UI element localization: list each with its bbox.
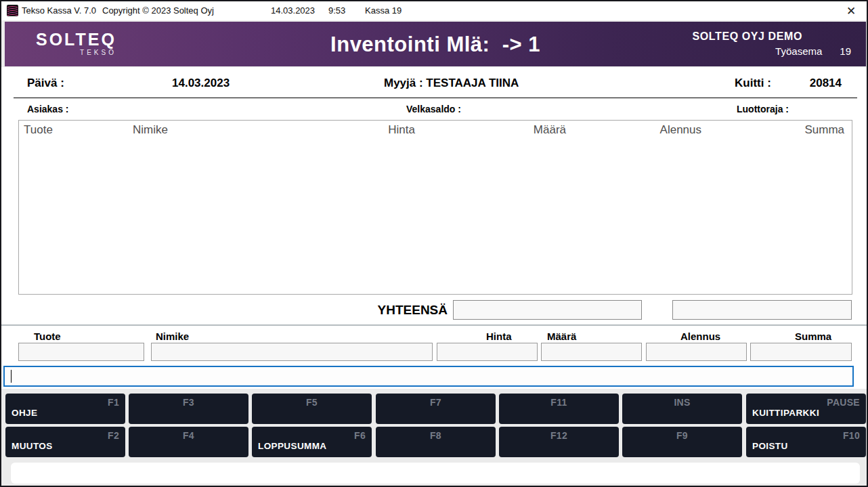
entry-input-nimike[interactable] [151, 343, 433, 361]
fkey-key-label: F9 [622, 430, 742, 441]
seller-line: Myyjä : TESTAAJA TIINA [384, 77, 519, 90]
fkey-action-label: KUITTIPARKKI [752, 408, 819, 418]
date-label: Päivä : [27, 77, 64, 90]
titlebar[interactable]: Tekso Kassa V. 7.0 Copyright © 2023 Solt… [1, 1, 867, 20]
header-right-block: SOLTEQ OYJ DEMO Työasema19 [693, 30, 852, 57]
app-window: Tekso Kassa V. 7.0 Copyright © 2023 Solt… [0, 0, 868, 487]
fkey-f12[interactable]: F12 [499, 427, 619, 457]
fkey-key-label: F4 [129, 430, 248, 441]
entry-input-alennus[interactable] [646, 343, 747, 361]
fkey-f11[interactable]: F11 [499, 394, 619, 424]
column-header-alennus: Alennus [660, 123, 701, 137]
entry-label-alennus: Alennus [680, 331, 720, 342]
fkey-key-label: F5 [252, 397, 372, 408]
entry-input-tuote[interactable] [18, 343, 144, 361]
fkey-action-label: POISTU [752, 441, 788, 451]
fkey-key-label: F8 [376, 430, 496, 441]
divider-line [14, 98, 857, 98]
workstation-number: 19 [840, 45, 851, 57]
page-header: SOLTEQ TEKSO Inventointi Mlä: -> 1 SOLTE… [5, 22, 866, 66]
fkey-key-label: F12 [499, 430, 619, 441]
fkey-ohje[interactable]: F1 OHJE [5, 394, 125, 424]
fkey-loppusumma[interactable]: F6 LOPPUSUMMA [252, 427, 372, 457]
fkey-ins[interactable]: INS [622, 394, 742, 424]
date-value: 14.03.2023 [172, 77, 230, 90]
column-header-summa: Summa [804, 123, 844, 137]
window-title: Tekso Kassa V. 7.0 [22, 5, 96, 16]
column-header-nimike: Nimike [133, 123, 168, 137]
fkey-action-label: MUUTOS [12, 441, 53, 451]
entry-label-nimike: Nimike [156, 331, 189, 342]
column-header-tuote: Tuote [24, 123, 53, 137]
entry-label-hinta: Hinta [486, 331, 512, 342]
fkey-f4[interactable]: F4 [129, 427, 248, 457]
total-value-box [453, 300, 642, 320]
workstation-line: Työasema19 [693, 45, 852, 57]
entry-label-tuote: Tuote [34, 331, 61, 342]
total-secondary-box [672, 300, 852, 320]
titlebar-register: Kassa 19 [365, 5, 402, 16]
fkey-key-label: F1 [108, 397, 119, 408]
credit-label: Luottoraja : [737, 104, 789, 114]
debt-label: Velkasaldo : [406, 104, 461, 114]
items-table: Tuote Nimike Hinta Määrä Alennus Summa [18, 120, 852, 295]
fkey-f3[interactable]: F3 [129, 394, 248, 424]
entry-input-hinta[interactable] [437, 343, 538, 361]
fkey-key-label: F3 [129, 397, 248, 408]
entry-input-summa[interactable] [750, 343, 852, 361]
fkey-muutos[interactable]: F2 MUUTOS [5, 427, 125, 457]
fkey-key-label: F6 [354, 430, 366, 441]
titlebar-date: 14.03.2023 [271, 5, 315, 16]
entry-label-summa: Summa [795, 331, 831, 342]
workstation-label: Työasema [775, 45, 822, 57]
total-label: YHTEENSÄ [378, 303, 448, 318]
status-strip [11, 463, 860, 484]
fkey-f5[interactable]: F5 [252, 394, 372, 424]
entry-input-maara[interactable] [541, 343, 642, 361]
copyright-text: Copyright © 2023 Solteq Oyj [102, 5, 214, 16]
close-icon[interactable]: ✕ [841, 1, 861, 20]
customer-label: Asiakas : [27, 104, 68, 114]
fkey-key-label: F10 [843, 430, 860, 441]
fkey-f8[interactable]: F8 [376, 427, 496, 457]
fkey-action-label: LOPPUSUMMA [258, 441, 327, 451]
fkey-f7[interactable]: F7 [376, 394, 496, 424]
fkey-action-label: OHJE [12, 408, 37, 418]
entry-label-maara: Määrä [547, 331, 576, 342]
fkey-f9[interactable]: F9 [622, 427, 742, 457]
app-icon [7, 5, 18, 16]
titlebar-time: 9:53 [328, 5, 345, 16]
command-input[interactable] [5, 367, 852, 385]
fkey-key-label: F7 [376, 397, 496, 408]
fkey-key-label: F2 [108, 430, 119, 441]
receipt-number: 20814 [810, 77, 842, 90]
divider-line [1, 324, 868, 326]
fkey-kuittiparkki[interactable]: PAUSE KUITTIPARKKI [746, 394, 866, 424]
fkey-key-label: INS [622, 397, 742, 408]
fkey-key-label: PAUSE [827, 397, 860, 408]
fkey-key-label: F11 [499, 397, 619, 408]
receipt-label: Kuitti : [735, 77, 771, 90]
company-name: SOLTEQ OYJ DEMO [693, 30, 803, 43]
column-header-maara: Määrä [534, 123, 566, 137]
fkey-poistu[interactable]: F10 POISTU [746, 427, 866, 457]
column-header-hinta: Hinta [388, 123, 415, 137]
command-input-wrapper [3, 366, 854, 387]
